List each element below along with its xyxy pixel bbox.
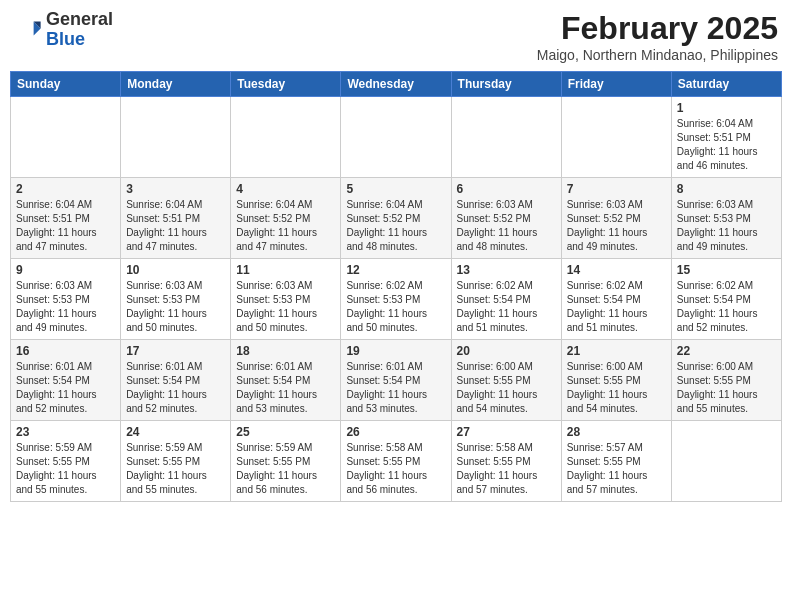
weekday-header-sunday: Sunday	[11, 72, 121, 97]
day-info: Sunrise: 6:04 AM Sunset: 5:52 PM Dayligh…	[346, 198, 445, 254]
day-info: Sunrise: 5:58 AM Sunset: 5:55 PM Dayligh…	[346, 441, 445, 497]
day-info: Sunrise: 6:03 AM Sunset: 5:53 PM Dayligh…	[236, 279, 335, 335]
calendar-week-row: 23Sunrise: 5:59 AM Sunset: 5:55 PM Dayli…	[11, 421, 782, 502]
day-info: Sunrise: 5:58 AM Sunset: 5:55 PM Dayligh…	[457, 441, 556, 497]
calendar-week-row: 2Sunrise: 6:04 AM Sunset: 5:51 PM Daylig…	[11, 178, 782, 259]
day-number: 13	[457, 263, 556, 277]
calendar-cell	[671, 421, 781, 502]
day-info: Sunrise: 5:59 AM Sunset: 5:55 PM Dayligh…	[126, 441, 225, 497]
day-number: 18	[236, 344, 335, 358]
calendar-week-row: 9Sunrise: 6:03 AM Sunset: 5:53 PM Daylig…	[11, 259, 782, 340]
day-info: Sunrise: 6:01 AM Sunset: 5:54 PM Dayligh…	[346, 360, 445, 416]
day-number: 26	[346, 425, 445, 439]
day-info: Sunrise: 6:04 AM Sunset: 5:51 PM Dayligh…	[126, 198, 225, 254]
weekday-header-friday: Friday	[561, 72, 671, 97]
day-number: 22	[677, 344, 776, 358]
day-info: Sunrise: 6:01 AM Sunset: 5:54 PM Dayligh…	[126, 360, 225, 416]
logo-icon	[14, 16, 42, 44]
calendar-cell: 13Sunrise: 6:02 AM Sunset: 5:54 PM Dayli…	[451, 259, 561, 340]
calendar-cell: 26Sunrise: 5:58 AM Sunset: 5:55 PM Dayli…	[341, 421, 451, 502]
day-number: 20	[457, 344, 556, 358]
day-info: Sunrise: 6:03 AM Sunset: 5:52 PM Dayligh…	[567, 198, 666, 254]
weekday-header-tuesday: Tuesday	[231, 72, 341, 97]
logo: General Blue	[14, 10, 113, 50]
calendar-cell: 27Sunrise: 5:58 AM Sunset: 5:55 PM Dayli…	[451, 421, 561, 502]
day-number: 12	[346, 263, 445, 277]
day-info: Sunrise: 6:00 AM Sunset: 5:55 PM Dayligh…	[457, 360, 556, 416]
calendar-cell: 7Sunrise: 6:03 AM Sunset: 5:52 PM Daylig…	[561, 178, 671, 259]
calendar-cell: 18Sunrise: 6:01 AM Sunset: 5:54 PM Dayli…	[231, 340, 341, 421]
day-number: 9	[16, 263, 115, 277]
day-info: Sunrise: 6:03 AM Sunset: 5:53 PM Dayligh…	[126, 279, 225, 335]
calendar-cell: 12Sunrise: 6:02 AM Sunset: 5:53 PM Dayli…	[341, 259, 451, 340]
calendar-cell: 3Sunrise: 6:04 AM Sunset: 5:51 PM Daylig…	[121, 178, 231, 259]
day-info: Sunrise: 6:02 AM Sunset: 5:54 PM Dayligh…	[677, 279, 776, 335]
calendar-cell: 2Sunrise: 6:04 AM Sunset: 5:51 PM Daylig…	[11, 178, 121, 259]
calendar-cell: 9Sunrise: 6:03 AM Sunset: 5:53 PM Daylig…	[11, 259, 121, 340]
calendar-week-row: 1Sunrise: 6:04 AM Sunset: 5:51 PM Daylig…	[11, 97, 782, 178]
day-number: 5	[346, 182, 445, 196]
day-info: Sunrise: 5:59 AM Sunset: 5:55 PM Dayligh…	[236, 441, 335, 497]
day-number: 25	[236, 425, 335, 439]
day-number: 7	[567, 182, 666, 196]
calendar-cell: 4Sunrise: 6:04 AM Sunset: 5:52 PM Daylig…	[231, 178, 341, 259]
calendar-week-row: 16Sunrise: 6:01 AM Sunset: 5:54 PM Dayli…	[11, 340, 782, 421]
day-info: Sunrise: 6:04 AM Sunset: 5:51 PM Dayligh…	[677, 117, 776, 173]
day-number: 19	[346, 344, 445, 358]
calendar-table: SundayMondayTuesdayWednesdayThursdayFrid…	[10, 71, 782, 502]
calendar-cell	[11, 97, 121, 178]
day-info: Sunrise: 5:59 AM Sunset: 5:55 PM Dayligh…	[16, 441, 115, 497]
logo-text: General Blue	[46, 10, 113, 50]
calendar-cell: 23Sunrise: 5:59 AM Sunset: 5:55 PM Dayli…	[11, 421, 121, 502]
calendar-cell: 20Sunrise: 6:00 AM Sunset: 5:55 PM Dayli…	[451, 340, 561, 421]
calendar-cell: 17Sunrise: 6:01 AM Sunset: 5:54 PM Dayli…	[121, 340, 231, 421]
day-number: 21	[567, 344, 666, 358]
title-block: February 2025 Maigo, Northern Mindanao, …	[537, 10, 778, 63]
calendar-cell: 15Sunrise: 6:02 AM Sunset: 5:54 PM Dayli…	[671, 259, 781, 340]
day-info: Sunrise: 6:04 AM Sunset: 5:51 PM Dayligh…	[16, 198, 115, 254]
weekday-header-thursday: Thursday	[451, 72, 561, 97]
day-info: Sunrise: 6:00 AM Sunset: 5:55 PM Dayligh…	[677, 360, 776, 416]
day-info: Sunrise: 6:01 AM Sunset: 5:54 PM Dayligh…	[236, 360, 335, 416]
calendar-cell: 6Sunrise: 6:03 AM Sunset: 5:52 PM Daylig…	[451, 178, 561, 259]
weekday-header-wednesday: Wednesday	[341, 72, 451, 97]
calendar-cell: 19Sunrise: 6:01 AM Sunset: 5:54 PM Dayli…	[341, 340, 451, 421]
day-info: Sunrise: 6:00 AM Sunset: 5:55 PM Dayligh…	[567, 360, 666, 416]
day-info: Sunrise: 6:01 AM Sunset: 5:54 PM Dayligh…	[16, 360, 115, 416]
calendar-cell: 11Sunrise: 6:03 AM Sunset: 5:53 PM Dayli…	[231, 259, 341, 340]
calendar-cell	[341, 97, 451, 178]
day-number: 23	[16, 425, 115, 439]
weekday-header-monday: Monday	[121, 72, 231, 97]
calendar-cell: 21Sunrise: 6:00 AM Sunset: 5:55 PM Dayli…	[561, 340, 671, 421]
calendar-cell	[121, 97, 231, 178]
day-number: 6	[457, 182, 556, 196]
day-number: 4	[236, 182, 335, 196]
day-number: 11	[236, 263, 335, 277]
calendar-cell: 24Sunrise: 5:59 AM Sunset: 5:55 PM Dayli…	[121, 421, 231, 502]
calendar-cell: 14Sunrise: 6:02 AM Sunset: 5:54 PM Dayli…	[561, 259, 671, 340]
calendar-cell: 8Sunrise: 6:03 AM Sunset: 5:53 PM Daylig…	[671, 178, 781, 259]
calendar-cell: 22Sunrise: 6:00 AM Sunset: 5:55 PM Dayli…	[671, 340, 781, 421]
day-info: Sunrise: 6:02 AM Sunset: 5:54 PM Dayligh…	[567, 279, 666, 335]
calendar-cell: 1Sunrise: 6:04 AM Sunset: 5:51 PM Daylig…	[671, 97, 781, 178]
day-number: 15	[677, 263, 776, 277]
day-number: 14	[567, 263, 666, 277]
day-number: 8	[677, 182, 776, 196]
page-header: General Blue February 2025 Maigo, Northe…	[10, 10, 782, 63]
day-number: 24	[126, 425, 225, 439]
day-info: Sunrise: 6:02 AM Sunset: 5:53 PM Dayligh…	[346, 279, 445, 335]
calendar-cell: 5Sunrise: 6:04 AM Sunset: 5:52 PM Daylig…	[341, 178, 451, 259]
day-number: 3	[126, 182, 225, 196]
calendar-cell: 28Sunrise: 5:57 AM Sunset: 5:55 PM Dayli…	[561, 421, 671, 502]
day-info: Sunrise: 6:03 AM Sunset: 5:53 PM Dayligh…	[677, 198, 776, 254]
day-number: 2	[16, 182, 115, 196]
day-number: 1	[677, 101, 776, 115]
day-number: 10	[126, 263, 225, 277]
day-info: Sunrise: 6:03 AM Sunset: 5:53 PM Dayligh…	[16, 279, 115, 335]
calendar-cell: 25Sunrise: 5:59 AM Sunset: 5:55 PM Dayli…	[231, 421, 341, 502]
day-info: Sunrise: 6:03 AM Sunset: 5:52 PM Dayligh…	[457, 198, 556, 254]
calendar-cell: 16Sunrise: 6:01 AM Sunset: 5:54 PM Dayli…	[11, 340, 121, 421]
day-number: 27	[457, 425, 556, 439]
location: Maigo, Northern Mindanao, Philippines	[537, 47, 778, 63]
weekday-header-saturday: Saturday	[671, 72, 781, 97]
